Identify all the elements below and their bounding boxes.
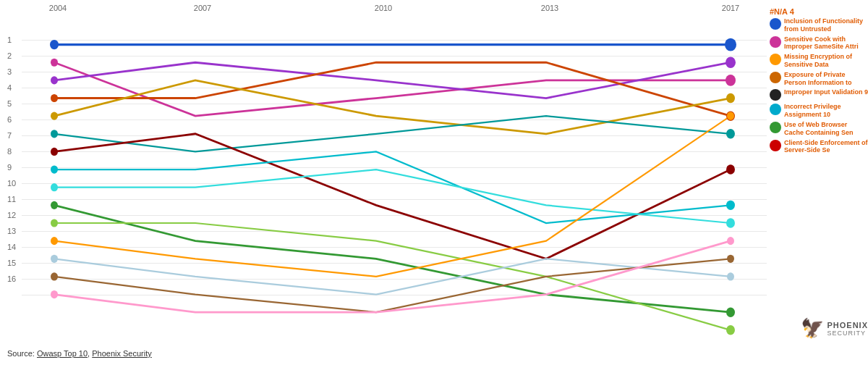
source-line: Source: Owasp Top 10, Phoenix Security: [7, 349, 152, 358]
svg-point-18: [51, 94, 58, 102]
svg-point-17: [51, 76, 58, 84]
svg-point-19: [51, 112, 58, 120]
chart-container: 1 2 3 4 5 6 7 8 9 10 11 12 13 14 15 16 2…: [0, 0, 868, 365]
legend-text-7: Use of Web Browser Cache Containing Sen: [784, 121, 868, 137]
svg-point-12: [727, 272, 734, 280]
svg-point-26: [51, 237, 58, 245]
legend-item-1: Inclusion of Functionality from Untruste…: [770, 17, 868, 33]
svg-point-24: [51, 201, 58, 209]
legend-item-7: Use of Web Browser Cache Containing Sen: [770, 121, 868, 137]
legend-text-3: Missing Encryption of Sensitive Data: [784, 53, 868, 69]
legend-dot-5: [770, 89, 781, 101]
chart-lines: [0, 0, 767, 365]
legend-dot-2: [770, 36, 781, 48]
legend-dot-8: [770, 140, 781, 151]
legend-item-2: Sensitive Cook with Improper SameSite At…: [770, 35, 868, 51]
svg-point-29: [51, 290, 58, 298]
legend-dot-7: [770, 122, 781, 133]
legend-dot-1: [770, 18, 781, 30]
svg-point-20: [51, 130, 58, 138]
legend-item-5: Improper Input Validation 9: [770, 88, 868, 101]
svg-point-13: [727, 255, 734, 263]
svg-point-27: [51, 255, 58, 263]
svg-point-2: [726, 56, 736, 68]
svg-point-11: [727, 112, 734, 120]
svg-point-4: [726, 93, 735, 103]
source-link-owasp[interactable]: Owasp Top 10: [37, 349, 88, 358]
svg-point-10: [726, 325, 735, 335]
svg-point-15: [50, 40, 59, 49]
phoenix-subtitle: SECURITY: [827, 330, 868, 337]
legend-text-6: Incorrect Privilege Assignment 10: [784, 103, 868, 119]
svg-point-21: [51, 148, 58, 156]
svg-point-22: [51, 165, 58, 173]
legend-dot-6: [770, 104, 781, 115]
source-prefix: Source:: [7, 349, 37, 358]
svg-point-1: [726, 75, 736, 86]
legend-text-1: Inclusion of Functionality from Untruste…: [784, 17, 868, 33]
svg-point-5: [726, 129, 735, 138]
svg-point-14: [727, 237, 734, 245]
legend-area: #N/A 4 Inclusion of Functionality from U…: [767, 0, 868, 365]
legend-text-5: Improper Input Validation 9: [784, 88, 868, 96]
legend-text-4: Exposure of Private Person Information t…: [784, 71, 868, 87]
legend-dot-3: [770, 54, 781, 65]
legend-text-8: Client-Side Enforcement of Server-Side S…: [784, 139, 868, 155]
chart-area: 1 2 3 4 5 6 7 8 9 10 11 12 13 14 15 16 2…: [0, 0, 767, 365]
phoenix-name: PHOENIX: [827, 321, 868, 330]
phoenix-icon: 🦅: [801, 317, 824, 340]
svg-point-28: [51, 272, 58, 280]
svg-point-6: [726, 164, 735, 174]
legend-na-label: #N/A 4: [770, 7, 868, 16]
phoenix-logo: 🦅 PHOENIX SECURITY: [801, 317, 868, 340]
svg-point-0: [725, 38, 736, 51]
legend-item-4: Exposure of Private Person Information t…: [770, 71, 868, 87]
svg-point-23: [51, 183, 58, 191]
svg-point-7: [726, 201, 735, 210]
svg-point-9: [726, 307, 735, 316]
svg-point-16: [51, 59, 58, 67]
legend-item-8: Client-Side Enforcement of Server-Side S…: [770, 139, 868, 155]
svg-point-8: [726, 218, 735, 227]
legend-item-6: Incorrect Privilege Assignment 10: [770, 103, 868, 119]
legend-dot-4: [770, 72, 781, 83]
legend-text-2: Sensitive Cook with Improper SameSite At…: [784, 35, 868, 51]
svg-point-25: [51, 219, 58, 227]
source-link-phoenix[interactable]: Phoenix Security: [92, 349, 152, 358]
legend-item-3: Missing Encryption of Sensitive Data: [770, 53, 868, 69]
